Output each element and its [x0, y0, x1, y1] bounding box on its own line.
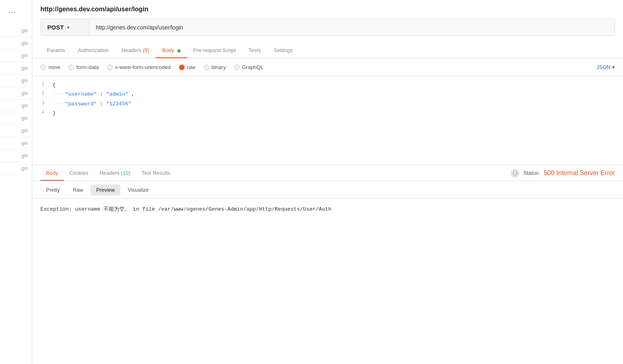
option-raw[interactable]: raw [179, 64, 196, 70]
option-form-data[interactable]: form-data [68, 64, 99, 70]
radio-binary [204, 65, 209, 70]
tab-authorization[interactable]: Authorization [72, 42, 115, 58]
response-headers-badge: (10) [121, 170, 130, 176]
code-line-1: 1 { [32, 80, 623, 90]
radio-urlencoded [107, 65, 113, 70]
view-tab-raw[interactable]: Raw [67, 184, 89, 195]
option-none-label: none [48, 64, 60, 70]
response-section: Body Cookies Headers (10) Test Results S… [32, 165, 623, 364]
sidebar-item-9[interactable]: gin [0, 125, 32, 137]
radio-none [40, 65, 46, 70]
page-title: http://genes.dev.com/api/user/login [40, 6, 615, 13]
line-content-4: } [53, 109, 56, 118]
sidebar: ··· gin gin gin gin gin gin gin gin gin … [0, 0, 32, 364]
val-username: "admin" [106, 91, 128, 97]
format-selector[interactable]: JSON ▾ [596, 64, 615, 70]
tab-headers[interactable]: Headers (9) [115, 42, 156, 58]
line-num-2: 2 [32, 90, 53, 98]
sidebar-item-3[interactable]: gin [0, 50, 32, 62]
colon-3: : [100, 101, 106, 107]
sidebar-item-12[interactable]: gin [0, 162, 32, 175]
tab-pre-request-script[interactable]: Pre-request Script [187, 42, 242, 58]
url-bar-area: http://genes.dev.com/api/user/login POST… [32, 0, 623, 36]
view-tabs: Pretty Raw Preview Visualize [32, 181, 623, 199]
request-bar: POST ▾ [40, 19, 615, 36]
val-password: "123456" [106, 101, 131, 107]
tab-tests[interactable]: Tests [242, 42, 267, 58]
line-num-3: 3 [32, 99, 53, 108]
sidebar-dots: ··· [0, 4, 32, 25]
sidebar-item-6[interactable]: gin [0, 87, 32, 100]
option-graphql-label: GraphQL [242, 64, 263, 70]
radio-graphql [234, 65, 240, 70]
code-editor[interactable]: 1 { 2 ··· "username" : "admin" , 3 ··· "… [32, 76, 623, 165]
method-label: POST [47, 24, 64, 31]
sidebar-item-11[interactable]: gin [0, 150, 32, 162]
sidebar-item-5[interactable]: gin [0, 75, 32, 87]
colon-2: : [100, 91, 106, 97]
exception-text: Exception: username 不能为空。 in file /var/w… [40, 205, 615, 213]
line-content-2: ··· "username" : "admin" , [53, 90, 135, 99]
sidebar-item-4[interactable]: gin [0, 62, 32, 75]
line-content-1: { [53, 80, 56, 90]
request-tabs: Params Authorization Headers (9) Body Pr… [32, 42, 623, 59]
response-body: Exception: username 不能为空。 in file /var/w… [32, 199, 623, 364]
option-binary[interactable]: binary [204, 64, 226, 70]
code-line-3: 3 ··· "password" : "123456" [32, 99, 623, 109]
radio-raw [179, 65, 185, 70]
key-password: "password" [65, 101, 97, 107]
line-content-3: ··· "password" : "123456" [53, 99, 131, 109]
radio-form-data [68, 65, 74, 70]
option-urlencoded[interactable]: x-www-form-urlencoded [107, 64, 171, 70]
sidebar-item-10[interactable]: gin [0, 137, 32, 150]
key-username: "username" [65, 91, 97, 97]
code-line-4: 4 } [32, 109, 623, 118]
sidebar-item-1[interactable]: gin [0, 25, 32, 37]
sidebar-item-8[interactable]: gin [0, 112, 32, 125]
headers-badge: (9) [143, 47, 149, 53]
view-tab-pretty[interactable]: Pretty [40, 184, 65, 195]
option-urlencoded-label: x-www-form-urlencoded [115, 64, 171, 70]
view-tab-visualize[interactable]: Visualize [122, 184, 154, 195]
response-tab-headers[interactable]: Headers (10) [94, 165, 136, 181]
comma-2: , [131, 91, 135, 97]
status-area: Status: 500 Internal Server Error [511, 169, 615, 177]
body-options: none form-data x-www-form-urlencoded raw… [32, 59, 623, 76]
option-none[interactable]: none [40, 64, 60, 70]
tab-body[interactable]: Body [156, 42, 187, 58]
response-tab-cookies[interactable]: Cookies [64, 165, 94, 181]
option-form-data-label: form-data [76, 64, 99, 70]
status-code: 500 Internal Server Error [544, 169, 615, 177]
option-graphql[interactable]: GraphQL [234, 64, 263, 70]
line-num-4: 4 [32, 109, 53, 117]
response-tabs: Body Cookies Headers (10) Test Results S… [32, 165, 623, 181]
method-select[interactable]: POST ▾ [41, 19, 89, 36]
tab-settings[interactable]: Settings [267, 42, 299, 58]
method-chevron-icon: ▾ [67, 25, 69, 30]
main-panel: http://genes.dev.com/api/user/login POST… [32, 0, 623, 364]
dots-3: ··· [53, 101, 62, 107]
body-active-dot [177, 49, 181, 52]
option-binary-label: binary [212, 64, 226, 70]
view-tab-preview[interactable]: Preview [91, 184, 120, 195]
format-chevron-icon: ▾ [612, 64, 615, 70]
status-label: Status: [523, 170, 539, 176]
tab-params[interactable]: Params [40, 42, 72, 58]
sidebar-item-7[interactable]: gin [0, 100, 32, 112]
line-num-1: 1 [32, 80, 53, 89]
url-input[interactable] [89, 19, 615, 36]
format-label: JSON [596, 64, 610, 70]
option-raw-label: raw [187, 64, 196, 70]
globe-icon [511, 169, 519, 177]
code-line-2: 2 ··· "username" : "admin" , [32, 90, 623, 99]
response-tab-body[interactable]: Body [40, 165, 64, 181]
sidebar-item-2[interactable]: gin [0, 37, 32, 50]
dots-2: ··· [53, 91, 62, 97]
response-tab-test-results[interactable]: Test Results [136, 165, 176, 181]
